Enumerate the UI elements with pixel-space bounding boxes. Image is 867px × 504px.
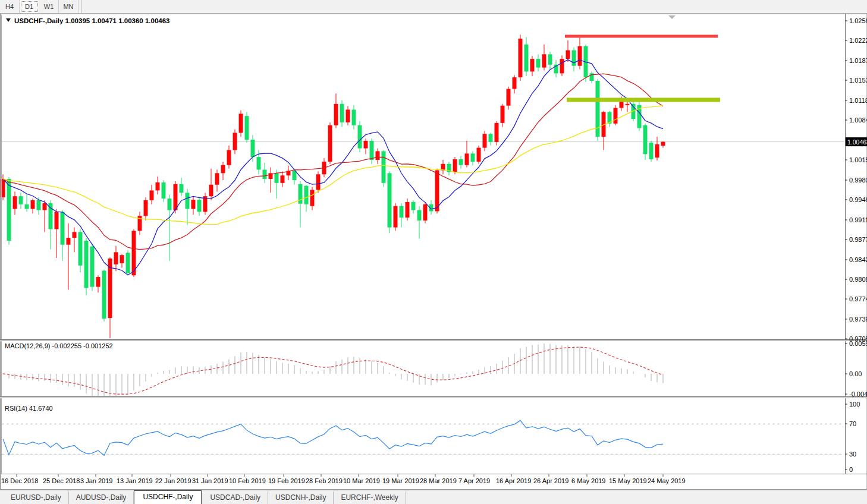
chart-tab-eurchfweekly[interactable]: EURCHF-,Weekly — [334, 492, 406, 504]
candle — [406, 202, 410, 218]
candle — [215, 173, 219, 184]
toolbar-separator — [78, 0, 81, 13]
chart-tab-eurusddaily[interactable]: EURUSD-,Daily — [4, 492, 69, 504]
rsi-axis-label: 100 — [849, 401, 860, 408]
candle — [162, 182, 166, 199]
support-line[interactable] — [567, 98, 720, 102]
rsi-axis-label: 30 — [849, 451, 856, 458]
chart-canvas[interactable]: 1.025601.022201.018701.015301.011801.008… — [0, 13, 867, 490]
timeframe-button-w1[interactable]: W1 — [39, 0, 59, 13]
candle — [417, 210, 422, 220]
candle — [382, 151, 386, 182]
date-axis-label: 6 May 2019 — [571, 477, 605, 484]
chart-tabs: EURUSD-,DailyAUDUSD-,DailyUSDCHF-,DailyU… — [0, 490, 867, 504]
price-axis-label: 0.97390 — [849, 316, 867, 323]
candle — [49, 203, 53, 229]
candle — [180, 184, 184, 193]
candle — [78, 232, 83, 265]
candle — [524, 45, 529, 72]
price-axis-label: 0.98420 — [849, 256, 867, 263]
candle — [150, 190, 154, 200]
rsi-axis-label: 70 — [849, 420, 856, 427]
chart-tab-usdcnhdaily[interactable]: USDCNH-,Daily — [268, 492, 334, 504]
candle — [370, 141, 374, 160]
candle — [459, 159, 463, 165]
chart-tab-usdcaddaily[interactable]: USDCAD-,Daily — [203, 492, 268, 504]
candle — [275, 173, 279, 183]
candle — [507, 89, 511, 106]
candle — [126, 253, 130, 273]
timeframe-toolbar: H4D1W1MN — [0, 0, 867, 14]
price-axis-label: 1.01870 — [849, 57, 867, 64]
candle — [501, 106, 505, 123]
price-axis-label: 0.97740 — [849, 295, 867, 303]
candle — [197, 200, 202, 212]
candle — [221, 165, 225, 174]
candle — [281, 175, 285, 183]
resistance-line[interactable] — [565, 35, 718, 38]
candle — [102, 270, 106, 319]
candle — [168, 199, 172, 210]
candle — [304, 186, 309, 204]
candle — [293, 171, 297, 180]
candle — [186, 193, 190, 209]
chart-tab-usdchfdaily[interactable]: USDCHF-,Daily — [134, 490, 202, 504]
candle — [483, 134, 487, 147]
current-price-label: 1.00463 — [847, 138, 867, 146]
candle — [578, 46, 582, 66]
candle — [55, 212, 59, 229]
candle — [120, 255, 124, 263]
price-axis-label: 0.98770 — [849, 236, 867, 243]
date-axis-label: 31 Jan 2019 — [192, 477, 228, 484]
chart-tab-audusddaily[interactable]: AUDUSD-,Daily — [69, 492, 134, 504]
price-axis-label: 1.00150 — [849, 156, 867, 163]
date-axis-label: 3 Jan 2019 — [80, 477, 112, 484]
price-axis-label: 1.02220 — [849, 37, 867, 44]
candle — [536, 59, 541, 68]
candle — [548, 54, 552, 64]
candle — [655, 144, 659, 158]
date-axis-label: 7 Apr 2019 — [458, 477, 490, 484]
price-axis-label: 1.01180 — [849, 97, 867, 104]
candle — [649, 143, 654, 159]
price-axis-label: 0.99460 — [849, 196, 867, 203]
candle — [90, 247, 95, 287]
chart-title: USDCHF-,Daily 1.00395 1.00471 1.00360 1.… — [14, 17, 170, 24]
price-axis-label: 1.01530 — [849, 77, 867, 84]
candle — [346, 110, 350, 122]
date-axis-label: 10 Feb 2019 — [229, 477, 266, 484]
timeframe-button-mn[interactable]: MN — [59, 0, 78, 13]
candle — [174, 184, 178, 210]
candle — [144, 200, 148, 216]
candle — [25, 204, 29, 209]
rsi-label: RSI(14) 41.6740 — [5, 405, 53, 412]
date-axis-label: 28 Mar 2019 — [420, 477, 457, 484]
candle — [394, 206, 398, 228]
macd-axis-label: 0.00597 — [849, 340, 867, 347]
candle — [7, 179, 11, 241]
candle — [423, 204, 428, 220]
candle — [239, 114, 243, 133]
candle — [495, 123, 499, 142]
candle — [661, 142, 665, 146]
date-axis-label: 22 Jan 2019 — [155, 477, 191, 484]
candle — [471, 153, 475, 162]
date-axis-label: 24 May 2019 — [648, 477, 686, 484]
candle — [388, 173, 392, 227]
candle — [263, 170, 267, 179]
candle — [245, 116, 249, 140]
candle — [191, 200, 196, 209]
candle — [465, 153, 469, 165]
candle — [614, 108, 618, 124]
candle — [96, 277, 100, 287]
timeframe-button-d1[interactable]: D1 — [20, 0, 39, 13]
candle — [358, 125, 362, 149]
date-axis-label: 19 Mar 2019 — [382, 477, 419, 484]
candle — [477, 148, 481, 162]
candle — [364, 141, 368, 149]
candle — [19, 196, 23, 204]
price-axis-label: 1.00840 — [849, 116, 867, 124]
date-axis-label: 25 Dec 2018 — [43, 477, 80, 484]
chart-window[interactable]: 1.025601.022201.018701.015301.011801.008… — [0, 13, 867, 490]
timeframe-button-h4[interactable]: H4 — [0, 0, 20, 13]
